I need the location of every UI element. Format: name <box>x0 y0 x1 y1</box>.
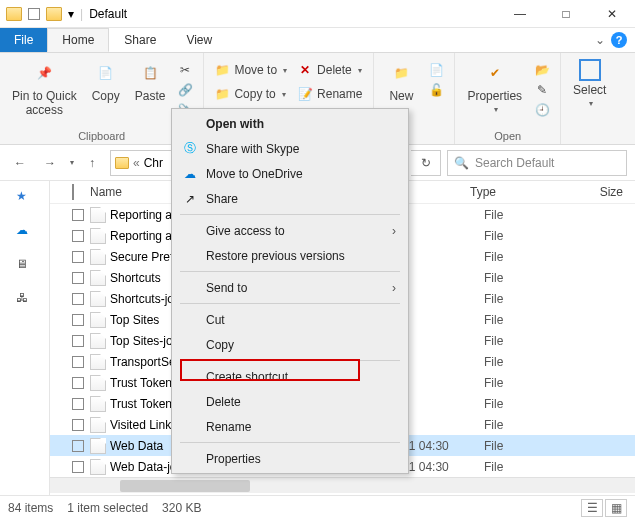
properties-button[interactable]: ✔ Properties▾ <box>461 57 528 117</box>
search-placeholder: Search Default <box>475 156 554 170</box>
ctx-give-access[interactable]: Give access to› <box>174 218 406 243</box>
help-icon[interactable]: ? <box>611 32 627 48</box>
search-box[interactable]: 🔍 Search Default <box>447 150 627 176</box>
statusbar: 84 items 1 item selected 320 KB ☰ ▦ <box>0 495 635 519</box>
window-title: Default <box>89 7 127 21</box>
file-icon <box>90 312 106 328</box>
file-icon <box>90 459 106 475</box>
newitem-small-button[interactable]: 📄 <box>424 61 448 79</box>
ctx-send-to[interactable]: Send to› <box>174 275 406 300</box>
open-small-button[interactable]: 📂 <box>530 61 554 79</box>
row-checkbox[interactable] <box>72 356 84 368</box>
copyto-icon: 📁 <box>214 86 230 102</box>
cut-small-button[interactable]: ✂ <box>173 61 197 79</box>
up-button[interactable]: ↑ <box>80 151 104 175</box>
ctx-open-with[interactable]: Open with <box>174 111 406 136</box>
file-icon <box>90 417 106 433</box>
properties-icon: ✔ <box>481 59 509 87</box>
home-tab[interactable]: Home <box>47 28 109 52</box>
onedrive-icon: ☁ <box>182 166 198 182</box>
pin-icon: 📌 <box>30 59 58 87</box>
history-dropdown[interactable]: ▾ <box>70 158 74 167</box>
onedrive-icon[interactable]: ☁ <box>16 223 34 241</box>
file-icon <box>90 375 106 391</box>
quickaccess-icon[interactable]: ★ <box>16 189 34 207</box>
network-icon[interactable]: 🖧 <box>16 291 34 309</box>
edit-small-button[interactable]: ✎ <box>530 81 554 99</box>
submenu-arrow-icon: › <box>392 281 396 295</box>
row-checkbox[interactable] <box>72 230 84 242</box>
rename-button[interactable]: 📝Rename <box>293 85 366 103</box>
app-icon <box>6 7 22 21</box>
file-icon <box>90 249 106 265</box>
ctx-move-onedrive[interactable]: ☁Move to OneDrive <box>174 161 406 186</box>
copyto-button[interactable]: 📁Copy to▾ <box>210 85 291 103</box>
file-type: File <box>484 292 564 306</box>
ctx-properties[interactable]: Properties <box>174 446 406 471</box>
delete-x-icon: ✕ <box>297 62 313 78</box>
minimize-button[interactable]: ― <box>497 0 543 28</box>
ctx-delete[interactable]: Delete <box>174 389 406 414</box>
addr-folder-icon <box>115 157 129 169</box>
horizontal-scrollbar[interactable] <box>50 477 635 493</box>
delete-button[interactable]: ✕Delete▾ <box>293 61 366 79</box>
file-icon <box>90 270 106 286</box>
file-icon <box>90 438 106 454</box>
ctx-create-shortcut[interactable]: Create shortcut <box>174 364 406 389</box>
moveto-button[interactable]: 📁Move to▾ <box>210 61 291 79</box>
ctx-restore[interactable]: Restore previous versions <box>174 243 406 268</box>
open-group-label: Open <box>461 128 554 142</box>
breadcrumb-text[interactable]: Chr <box>144 156 163 170</box>
ctx-copy[interactable]: Copy <box>174 332 406 357</box>
collapse-ribbon-icon[interactable]: ⌄ <box>595 33 605 47</box>
select-button[interactable]: Select▾ <box>567 57 612 111</box>
easyaccess-small-button[interactable]: 🔓 <box>424 81 448 99</box>
row-checkbox[interactable] <box>72 209 84 221</box>
clipboard-group-label: Clipboard <box>6 128 197 142</box>
row-checkbox[interactable] <box>72 314 84 326</box>
share-tab[interactable]: Share <box>109 28 171 52</box>
submenu-arrow-icon: › <box>392 224 396 238</box>
back-button[interactable]: ← <box>8 151 32 175</box>
ctx-rename[interactable]: Rename <box>174 414 406 439</box>
history-small-button[interactable]: 🕘 <box>530 101 554 119</box>
row-checkbox[interactable] <box>72 440 84 452</box>
thispc-icon[interactable]: 🖥 <box>16 257 34 275</box>
view-tab[interactable]: View <box>171 28 227 52</box>
ctx-share[interactable]: ↗Share <box>174 186 406 211</box>
context-menu: Open with ⓈShare with Skype ☁Move to One… <box>171 108 409 474</box>
file-type: File <box>484 208 564 222</box>
sep: | <box>80 7 83 21</box>
status-count: 84 items <box>8 501 53 515</box>
new-folder-icon: 📁 <box>387 59 415 87</box>
copypath-small-button[interactable]: 🔗 <box>173 81 197 99</box>
refresh-button[interactable]: ↻ <box>411 150 441 176</box>
view-details-button[interactable]: ☰ <box>581 499 603 517</box>
path-icon: 🔗 <box>177 82 193 98</box>
file-tab[interactable]: File <box>0 28 47 52</box>
menubar: File Home Share View ⌄ ? <box>0 28 635 53</box>
qa-checkbox[interactable] <box>28 8 40 20</box>
paste-button[interactable]: 📋 Paste <box>129 57 172 105</box>
row-checkbox[interactable] <box>72 419 84 431</box>
row-checkbox[interactable] <box>72 335 84 347</box>
forward-button[interactable]: → <box>38 151 62 175</box>
row-checkbox[interactable] <box>72 272 84 284</box>
file-type: File <box>484 376 564 390</box>
pin-button[interactable]: 📌 Pin to Quick access <box>6 57 83 120</box>
row-checkbox[interactable] <box>72 293 84 305</box>
ctx-cut[interactable]: Cut <box>174 307 406 332</box>
file-type: File <box>484 271 564 285</box>
copy-button[interactable]: 📄 Copy <box>85 57 127 105</box>
row-checkbox[interactable] <box>72 377 84 389</box>
file-icon <box>90 207 106 223</box>
maximize-button[interactable]: □ <box>543 0 589 28</box>
view-icons-button[interactable]: ▦ <box>605 499 627 517</box>
row-checkbox[interactable] <box>72 461 84 473</box>
ctx-share-skype[interactable]: ⓈShare with Skype <box>174 136 406 161</box>
row-checkbox[interactable] <box>72 398 84 410</box>
row-checkbox[interactable] <box>72 251 84 263</box>
breadcrumb-seg[interactable]: « <box>133 156 140 170</box>
file-type: File <box>484 439 564 453</box>
close-button[interactable]: ✕ <box>589 0 635 28</box>
